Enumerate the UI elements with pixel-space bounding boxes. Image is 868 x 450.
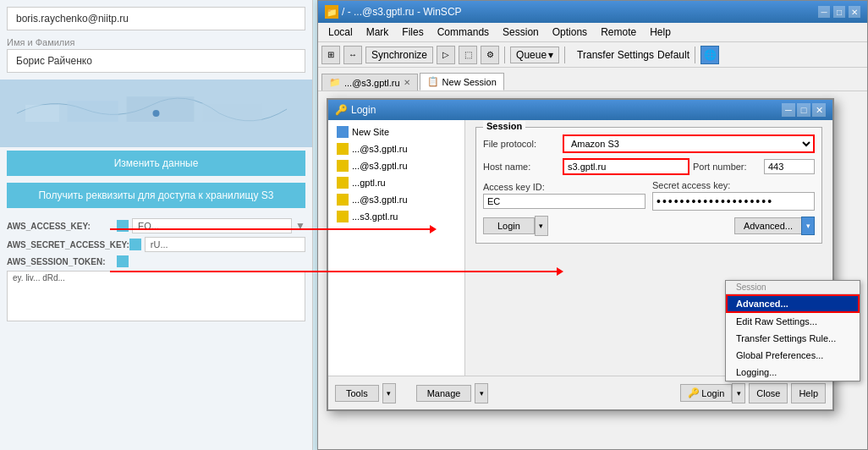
svg-rect-4 (202, 103, 261, 122)
dropdown-header: Session (726, 281, 860, 294)
dialog-titlebar: 🔑 Login ─ □ ✕ (328, 100, 832, 120)
new-site-item[interactable]: New Site (332, 123, 461, 140)
dialog-minimize-button[interactable]: ─ (782, 103, 795, 117)
copy-secret-icon[interactable] (129, 239, 141, 250)
menu-bar: Local Mark Files Commands Session Option… (318, 23, 867, 42)
menu-help[interactable]: Help (643, 25, 678, 40)
access-key-id-input[interactable] (483, 194, 646, 209)
manage-dropdown[interactable]: ▾ (475, 383, 488, 403)
advanced-dropdown-button[interactable]: ▾ (801, 217, 815, 235)
secret-access-key-label: Secret access key: (652, 180, 815, 190)
menu-session[interactable]: Session (496, 25, 546, 40)
dialog-close-button[interactable]: ✕ (812, 103, 826, 117)
menu-remote[interactable]: Remote (594, 25, 643, 40)
site-icon-4 (337, 194, 349, 206)
transfer-settings-label: Transfer Settings (577, 49, 654, 61)
login-button[interactable]: 🔑 Login (680, 384, 732, 402)
port-number-input[interactable] (764, 159, 815, 174)
aws-secret-key-label: AWS_SECRET_ACCESS_KEY: (7, 240, 129, 250)
left-panel: boris.raychenko@niitp.ru Имя и Фамилия Б… (0, 0, 313, 450)
new-site-icon (337, 126, 349, 138)
title-buttons: ─ □ ✕ (818, 6, 860, 18)
globe-button[interactable]: 🌐 (700, 46, 719, 64)
tab-new-session[interactable]: 📋 New Session (420, 73, 504, 91)
aws-access-key-row: AWS_ACCESS_KEY: EO... ▼ (7, 218, 305, 233)
menu-options[interactable]: Options (546, 25, 594, 40)
tab-new-icon: 📋 (427, 76, 439, 87)
tab-session[interactable]: 📁 ...@s3.gptl.ru ✕ (321, 74, 418, 91)
toolbar-btn-5[interactable]: ⚙ (481, 46, 499, 64)
winscp-title: / - ...@s3.gptl.ru - WinSCP (342, 6, 462, 18)
dropdown-item-transfer-rules[interactable]: Transfer Settings Rule... (726, 330, 860, 347)
minimize-button[interactable]: ─ (818, 6, 830, 18)
winscp-window: 📁 / - ...@s3.gptl.ru - WinSCP ─ □ ✕ Loca… (317, 0, 868, 450)
svg-rect-3 (127, 96, 195, 122)
manage-button[interactable]: Manage (416, 385, 472, 402)
dropdown-item-global-prefs[interactable]: Global Preferences... (726, 347, 860, 364)
synchronize-button[interactable]: Synchronize (365, 47, 433, 63)
secret-access-key-input[interactable] (652, 192, 815, 211)
close-dialog-button[interactable]: Close (749, 383, 788, 403)
toolbar-btn-3[interactable]: ▷ (437, 46, 455, 64)
menu-commands[interactable]: Commands (431, 25, 496, 40)
tools-dropdown[interactable]: ▾ (382, 383, 396, 403)
host-name-input[interactable] (563, 158, 689, 175)
dialog-title-left: 🔑 Login (335, 104, 376, 116)
menu-mark[interactable]: Mark (360, 25, 396, 40)
title-left: 📁 / - ...@s3.gptl.ru - WinSCP (325, 5, 462, 19)
advanced-dropdown-menu: Session Advanced... Edit Raw Settings...… (725, 280, 860, 381)
menu-files[interactable]: Files (395, 25, 430, 40)
tab-close-icon[interactable]: ✕ (404, 78, 410, 87)
secret-key-col: Secret access key: (652, 180, 815, 211)
site-icon-5 (337, 211, 349, 222)
close-button[interactable]: ✕ (849, 6, 860, 18)
site-icon-1 (337, 143, 349, 155)
site-label-5: ...s3.gptl.ru (352, 211, 398, 222)
toolbar-btn-2[interactable]: ↔ (343, 46, 362, 64)
file-protocol-select[interactable]: Amazon S3 (563, 134, 815, 153)
site-label-3: ...gptl.ru (352, 178, 386, 188)
dialog-icon: 🔑 (335, 104, 348, 116)
toolbar-btn-4[interactable]: ⬚ (459, 46, 477, 64)
tab-new-label: New Session (442, 77, 497, 87)
save-dropdown[interactable]: ▾ (535, 216, 548, 236)
site-item-4[interactable]: ...@s3.gptl.ru (332, 191, 461, 208)
queue-button[interactable]: Queue ▾ (510, 47, 559, 63)
dialog-title-text: Login (351, 104, 376, 116)
red-arrow-secret-key (110, 271, 558, 272)
toolbar: ⊞ ↔ Synchronize ▷ ⬚ ⚙ Queue ▾ Transfer S… (318, 42, 867, 68)
get-access-button[interactable]: Получить реквизиты для доступа к хранили… (7, 183, 305, 208)
menu-local[interactable]: Local (321, 25, 360, 40)
dialog-maximize-button[interactable]: □ (797, 103, 810, 117)
login-icon: 🔑 (688, 387, 700, 398)
svg-point-5 (153, 110, 160, 117)
site-item-2[interactable]: ...@s3.gptl.ru (332, 157, 461, 174)
map-area (0, 80, 312, 147)
name-field-label: Имя и Фамилия (7, 37, 305, 47)
advanced-button[interactable]: Advanced... (734, 217, 801, 234)
login-dropdown[interactable]: ▾ (732, 383, 745, 403)
maximize-button[interactable]: □ (833, 6, 845, 18)
token-value-area: ey. liv... dRd... (7, 271, 305, 321)
copy-token-icon[interactable] (117, 255, 129, 267)
site-item-1[interactable]: ...@s3.gptl.ru (332, 140, 461, 157)
dropdown-item-edit-raw[interactable]: Edit Raw Settings... (726, 313, 860, 330)
site-item-3[interactable]: ...gptl.ru (332, 174, 461, 191)
site-item-5[interactable]: ...s3.gptl.ru (332, 208, 461, 225)
help-button[interactable]: Help (791, 383, 826, 403)
site-label-2: ...@s3.gptl.ru (352, 161, 408, 171)
toolbar-sep-1 (504, 47, 505, 63)
site-icon-3 (337, 177, 349, 189)
dropdown-item-logging[interactable]: Logging... (726, 364, 860, 381)
toolbar-btn-1[interactable]: ⊞ (321, 46, 340, 64)
port-number-label: Port number: (693, 162, 761, 172)
file-protocol-row: File protocol: Amazon S3 (483, 134, 815, 153)
tools-button[interactable]: Tools (335, 385, 379, 402)
red-arrow-access-key (110, 228, 431, 230)
save-button[interactable]: Login (483, 217, 535, 234)
aws-session-token-label: AWS_SESSION_TOKEN: (7, 257, 117, 266)
dropdown-item-advanced[interactable]: Advanced... (726, 294, 860, 313)
change-data-button[interactable]: Изменить данные (7, 151, 305, 176)
session-group: Session File protocol: Amazon S3 Host na… (475, 127, 822, 244)
site-label-1: ...@s3.gptl.ru (352, 144, 408, 154)
